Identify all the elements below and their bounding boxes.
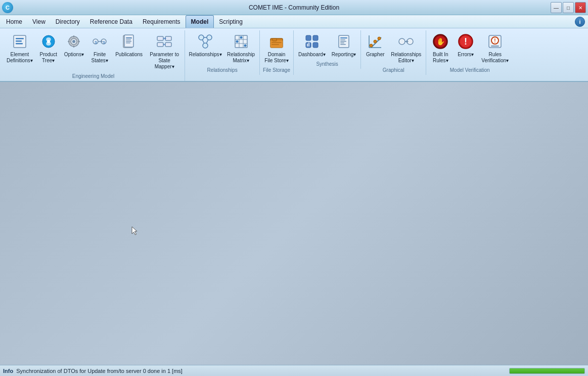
element-definitions-button[interactable]: ElementDefinitions▾ (4, 30, 35, 66)
window-controls: — □ ✕ (551, 2, 586, 13)
svg-text:S: S (103, 40, 106, 45)
product-tree-button[interactable]: ProductTree▾ (36, 30, 61, 66)
product-tree-label: ProductTree▾ (39, 52, 57, 64)
ribbon-group-file-storage: DomainFile Store▾ File Storage (260, 30, 294, 75)
group-label-model-verification: Model Verification (450, 67, 490, 74)
svg-rect-55 (307, 44, 308, 47)
rel-editor-button[interactable]: RelationshipsEditor▾ (388, 30, 424, 66)
ribbon-group-file-items: DomainFile Store▾ (262, 30, 291, 66)
file-store-icon (267, 32, 286, 51)
svg-point-34 (203, 43, 208, 48)
options-button[interactable]: Options▾ (62, 30, 86, 60)
svg-rect-56 (308, 43, 309, 47)
ribbon-group-synthesis-items: Dashboard▾ Reporting▾ (296, 30, 358, 60)
file-store-label: DomainFile Store▾ (264, 52, 289, 64)
status-progress-fill (510, 368, 584, 373)
svg-rect-12 (78, 41, 80, 42)
svg-point-8 (72, 40, 75, 43)
window-title: COMET IME - Community Edition (249, 4, 339, 11)
domain-file-store-button[interactable]: DomainFile Store▾ (262, 30, 291, 66)
rel-editor-icon (397, 32, 415, 51)
group-label-engineering-model: Engineering Model (72, 73, 114, 80)
built-in-rules-label: Built InRules▾ (433, 52, 448, 64)
options-label: Options▾ (64, 52, 84, 58)
svg-rect-21 (126, 37, 132, 38)
ribbon-group-engineering-model: ElementDefinitions▾ ProductTree▾ (2, 30, 185, 81)
svg-rect-10 (73, 46, 74, 48)
product-tree-icon (39, 32, 58, 51)
minimize-button[interactable]: — (551, 2, 562, 13)
rel-editor-label: RelationshipsEditor▾ (391, 52, 421, 64)
svg-point-43 (240, 36, 242, 39)
svg-point-32 (199, 35, 204, 40)
menu-bar: Home View Directory Reference Data Requi… (0, 15, 588, 28)
group-label-file-storage: File Storage (263, 67, 290, 74)
rel-matrix-label: RelationshipMatrix▾ (227, 52, 255, 64)
relationships-label: Relationships▾ (189, 52, 222, 58)
maximize-button[interactable]: □ (563, 2, 574, 13)
errors-button[interactable]: ! Errors▾ (454, 30, 478, 60)
status-progress-bar-container (509, 368, 585, 374)
errors-label: Errors▾ (458, 52, 474, 58)
rules-verification-label: RulesVerification▾ (481, 52, 509, 64)
rel-matrix-button[interactable]: RelationshipMatrix▾ (224, 30, 257, 66)
svg-point-66 (370, 44, 373, 47)
svg-rect-61 (340, 43, 344, 44)
finite-states-label: FiniteStates▾ (91, 52, 108, 64)
param-mapper-button[interactable]: Parameter toState Mapper▾ (146, 30, 183, 72)
grapher-button[interactable]: Grapher (363, 30, 387, 60)
publications-button[interactable]: Publications (113, 30, 145, 60)
svg-rect-22 (126, 39, 131, 40)
publications-icon (120, 32, 138, 51)
menu-model[interactable]: Model (186, 15, 214, 28)
close-button[interactable]: ✕ (575, 2, 586, 13)
menu-requirements[interactable]: Requirements (138, 15, 186, 28)
svg-text:!: ! (494, 38, 496, 44)
svg-rect-59 (340, 39, 345, 40)
svg-rect-9 (73, 35, 74, 37)
main-content-area (0, 82, 588, 365)
svg-text:!: ! (464, 36, 467, 47)
ribbon: ElementDefinitions▾ ProductTree▾ (0, 28, 588, 82)
menu-home[interactable]: Home (1, 15, 27, 28)
menu-scripting[interactable]: Scripting (214, 15, 248, 28)
svg-rect-60 (340, 41, 346, 42)
built-in-rules-button[interactable]: ✋ Built InRules▾ (428, 30, 453, 66)
dashboard-label: Dashboard▾ (298, 52, 326, 58)
param-mapper-label: Parameter toState Mapper▾ (149, 52, 180, 70)
ribbon-group-items: ElementDefinitions▾ ProductTree▾ (4, 30, 183, 72)
ribbon-group-relationships: Relationships▾ Relationship (185, 30, 260, 75)
svg-rect-82 (491, 46, 499, 47)
grapher-label: Grapher (366, 52, 385, 58)
reporting-icon (335, 32, 353, 51)
svg-text:S: S (95, 40, 98, 45)
built-in-rules-icon: ✋ (431, 32, 449, 51)
app-logo: C (2, 2, 13, 13)
menu-directory[interactable]: Directory (51, 15, 85, 28)
ribbon-group-graphical: Grapher RelationshipsEditor▾ Graphical (361, 30, 426, 75)
dashboard-button[interactable]: Dashboard▾ (296, 30, 328, 60)
group-label-graphical: Graphical (383, 67, 404, 74)
svg-rect-54 (313, 43, 318, 48)
svg-point-5 (47, 40, 50, 43)
svg-rect-27 (157, 43, 163, 47)
relationships-button[interactable]: Relationships▾ (187, 30, 223, 60)
element-def-icon (11, 32, 29, 51)
rules-verification-button[interactable]: ! RulesVerification▾ (479, 30, 511, 66)
reporting-button[interactable]: Reporting▾ (329, 30, 358, 60)
svg-text:✋: ✋ (436, 37, 445, 46)
status-message: Synchronization of DTOs for Update from/… (16, 368, 183, 374)
menu-view[interactable]: View (27, 15, 51, 28)
dashboard-icon (303, 32, 321, 51)
group-label-synthesis: Synthesis (316, 61, 338, 68)
svg-rect-11 (68, 41, 70, 42)
reporting-label: Reporting▾ (332, 52, 356, 58)
menu-reference-data[interactable]: Reference Data (85, 15, 138, 28)
svg-rect-25 (157, 36, 163, 40)
grapher-icon (366, 32, 384, 51)
ribbon-group-verif-items: ✋ Built InRules▾ ! Errors▾ (428, 30, 511, 66)
finite-states-button[interactable]: S S FiniteStates▾ (87, 30, 112, 66)
info-button[interactable]: i (575, 17, 585, 27)
svg-point-68 (378, 37, 381, 40)
options-icon (65, 32, 83, 51)
